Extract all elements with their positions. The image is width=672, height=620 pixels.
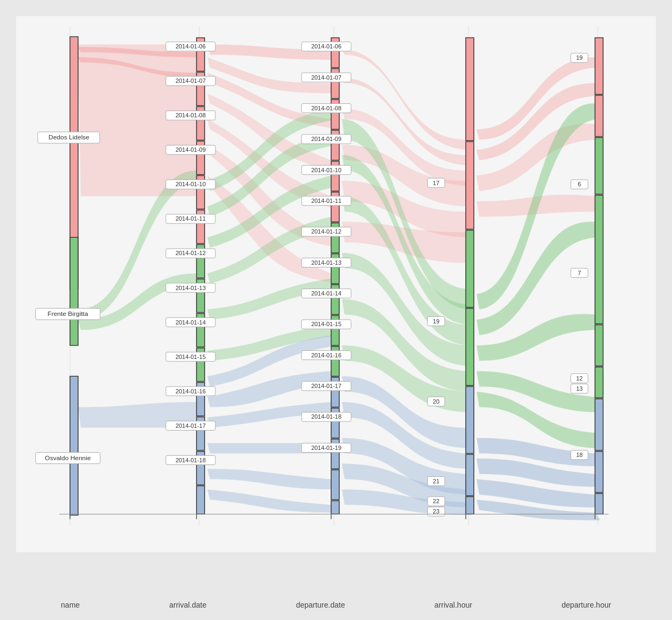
svg-text:2014-01-07: 2014-01-07	[311, 74, 341, 81]
svg-text:18: 18	[576, 452, 583, 458]
axis-label-departure-date: departure.date	[296, 601, 345, 609]
svg-text:2014-01-13: 2014-01-13	[176, 285, 206, 291]
svg-text:2014-01-15: 2014-01-15	[176, 354, 206, 360]
name-label-dedos: Dedos Lidelse	[48, 134, 89, 141]
svg-text:2014-01-17: 2014-01-17	[176, 422, 206, 429]
svg-text:22: 22	[433, 498, 439, 504]
svg-rect-117	[595, 38, 603, 94]
svg-rect-9	[70, 376, 78, 515]
name-label-frente: Frente Birgitta	[47, 311, 88, 318]
name-label-osvaldo: Osvaldo Hennie	[45, 454, 90, 461]
axis-label-name: name	[61, 601, 80, 609]
svg-rect-118	[595, 95, 603, 136]
svg-text:21: 21	[433, 478, 439, 484]
svg-rect-120	[595, 195, 603, 324]
svg-text:23: 23	[433, 509, 439, 515]
svg-rect-101	[466, 308, 474, 385]
svg-rect-121	[595, 325, 603, 366]
svg-rect-68	[331, 470, 339, 499]
svg-rect-100	[466, 230, 474, 307]
svg-text:2014-01-10: 2014-01-10	[176, 181, 206, 188]
svg-text:2014-01-19: 2014-01-19	[311, 445, 341, 451]
svg-text:2014-01-17: 2014-01-17	[311, 383, 341, 389]
svg-text:2014-01-11: 2014-01-11	[176, 216, 206, 222]
svg-text:2014-01-10: 2014-01-10	[311, 167, 341, 173]
svg-text:2014-01-13: 2014-01-13	[311, 259, 341, 266]
axis-label-arrival-hour: arrival.hour	[435, 601, 472, 609]
svg-rect-27	[197, 486, 205, 515]
svg-text:17: 17	[433, 180, 439, 186]
svg-text:2014-01-14: 2014-01-14	[176, 319, 206, 326]
svg-text:2014-01-09: 2014-01-09	[311, 136, 341, 143]
svg-rect-124	[595, 452, 603, 492]
svg-text:2014-01-18: 2014-01-18	[176, 457, 206, 463]
svg-text:2014-01-11: 2014-01-11	[311, 198, 341, 204]
svg-text:2014-01-09: 2014-01-09	[176, 147, 206, 153]
axis-labels-row: name arrival.date departure.date arrival…	[0, 595, 672, 620]
svg-text:19: 19	[576, 54, 583, 61]
svg-text:12: 12	[576, 375, 583, 382]
svg-text:7: 7	[578, 270, 581, 276]
chart-container: Dedos Lidelse Frente Birgitta Osvaldo He…	[0, 0, 672, 620]
svg-text:2014-01-07: 2014-01-07	[176, 78, 206, 84]
svg-text:19: 19	[433, 318, 439, 325]
svg-text:20: 20	[433, 398, 439, 405]
svg-text:2014-01-08: 2014-01-08	[176, 112, 206, 119]
svg-text:2014-01-08: 2014-01-08	[311, 105, 341, 111]
axis-label-arrival-date: arrival.date	[169, 601, 206, 609]
svg-rect-104	[466, 497, 474, 514]
main-chart-svg: Dedos Lidelse Frente Birgitta Osvaldo He…	[16, 16, 656, 552]
svg-rect-99	[466, 142, 474, 229]
svg-rect-119	[595, 138, 603, 194]
svg-rect-125	[595, 494, 603, 514]
svg-rect-69	[331, 501, 339, 514]
svg-text:2014-01-12: 2014-01-12	[176, 250, 206, 257]
svg-rect-103	[466, 454, 474, 495]
svg-text:6: 6	[578, 181, 581, 188]
axis-label-departure-hour: departure.hour	[562, 601, 611, 609]
chart-area: Dedos Lidelse Frente Birgitta Osvaldo He…	[16, 16, 656, 552]
svg-text:13: 13	[576, 385, 583, 392]
svg-text:2014-01-14: 2014-01-14	[311, 290, 341, 297]
svg-text:2014-01-18: 2014-01-18	[311, 414, 341, 420]
svg-text:2014-01-16: 2014-01-16	[311, 352, 341, 358]
svg-rect-98	[466, 38, 474, 140]
svg-text:2014-01-16: 2014-01-16	[176, 388, 206, 394]
svg-text:2014-01-15: 2014-01-15	[311, 321, 341, 328]
svg-rect-122	[595, 367, 603, 398]
svg-text:2014-01-12: 2014-01-12	[311, 229, 341, 235]
svg-rect-102	[466, 386, 474, 453]
svg-rect-123	[595, 399, 603, 450]
svg-rect-7	[70, 237, 78, 309]
svg-text:2014-01-06: 2014-01-06	[176, 43, 206, 50]
svg-text:2014-01-06: 2014-01-06	[311, 43, 341, 50]
